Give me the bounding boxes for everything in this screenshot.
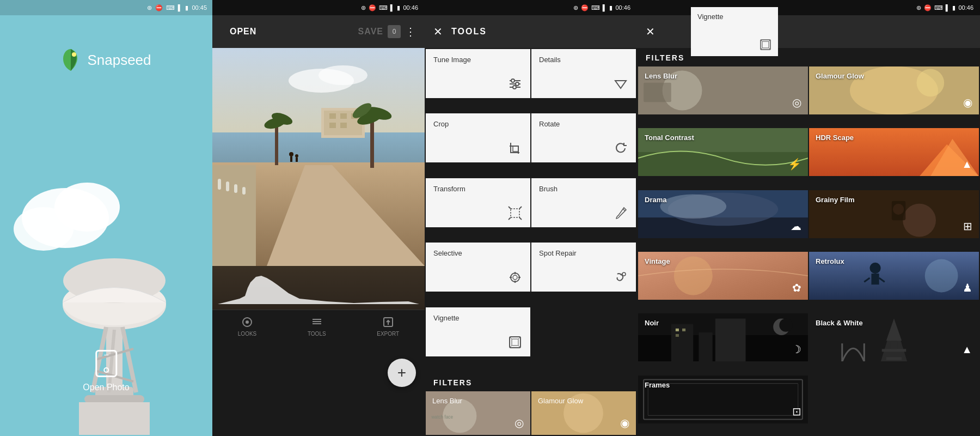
glamour-glow-icon-4: ◉ bbox=[963, 96, 972, 109]
wifi-icon: ⌨ bbox=[166, 4, 175, 11]
tab-looks-label: LOOKS bbox=[238, 331, 256, 337]
time-panel3: 00:46 bbox=[615, 4, 630, 11]
svg-rect-49 bbox=[313, 319, 321, 320]
no-entry-icon: ⛔ bbox=[155, 4, 163, 11]
more-options-icon[interactable]: ⋮ bbox=[405, 25, 416, 38]
filter-lens-blur-label-4: Lens Blur bbox=[645, 72, 677, 80]
svg-point-68 bbox=[513, 275, 517, 280]
svg-point-112 bbox=[674, 257, 713, 295]
filter-card-frames[interactable]: Frames ⊡ bbox=[638, 376, 808, 423]
tab-looks[interactable]: LOOKS bbox=[238, 316, 256, 337]
battery-icon: ▮ bbox=[185, 4, 188, 11]
tool-tune-image[interactable]: Tune Image bbox=[426, 49, 530, 98]
svg-rect-35 bbox=[370, 119, 374, 168]
vignette-icon bbox=[433, 335, 523, 350]
no-entry-icon-p3: ⛔ bbox=[581, 4, 589, 11]
open-photo-label[interactable]: Open Photo bbox=[83, 383, 129, 392]
svg-rect-76 bbox=[512, 339, 518, 346]
tool-brush[interactable]: Brush bbox=[531, 178, 636, 227]
svg-point-56 bbox=[511, 79, 514, 82]
svg-rect-94 bbox=[644, 83, 671, 102]
status-bar-panel3: ⊛ ⛔ ⌨ ▌ ▮ 00:46 bbox=[425, 0, 637, 15]
svg-rect-123 bbox=[715, 319, 746, 361]
editor-header: OPEN SAVE 0 ⋮ bbox=[212, 15, 425, 48]
grainy-film-icon: ⊞ bbox=[963, 220, 972, 233]
logo-area: Snapseed bbox=[0, 15, 212, 72]
status-bar-panel2: ⊛ ⛔ ⌨ ▌ ▮ 00:46 bbox=[212, 0, 425, 15]
panel-filters: ⊛ ⛔ ⌨ ▌ ▮ 00:46 ✕ Vignette FILTERS bbox=[637, 0, 980, 436]
tool-selective[interactable]: Selective bbox=[426, 243, 530, 292]
tool-details[interactable]: Details bbox=[531, 49, 636, 98]
tool-spot-repair[interactable]: Spot Repair bbox=[531, 243, 636, 292]
filter-card-vintage[interactable]: Vintage ✿ bbox=[638, 252, 808, 300]
tab-tools-label: TOOLS bbox=[308, 331, 326, 337]
wifi-icon-p3: ⌨ bbox=[591, 4, 600, 11]
bt-icon-p3: ⊛ bbox=[573, 4, 578, 11]
svg-line-64 bbox=[519, 217, 522, 220]
filter-lens-blur-label: Lens Blur bbox=[432, 397, 462, 405]
svg-rect-61 bbox=[511, 209, 519, 217]
tool-rotate[interactable]: Rotate bbox=[531, 113, 636, 162]
wifi-icon-p2: ⌨ bbox=[379, 4, 388, 11]
open-photo-area[interactable]: Open Photo bbox=[83, 350, 129, 392]
svg-rect-116 bbox=[871, 274, 879, 284]
svg-rect-60 bbox=[513, 146, 518, 152]
tune-image-icon bbox=[433, 76, 523, 92]
no-entry-icon-p2: ⛔ bbox=[369, 4, 376, 11]
tab-tools[interactable]: TOOLS bbox=[308, 316, 326, 337]
filter-card-retrolux[interactable]: Retrolux ♟ bbox=[809, 252, 979, 300]
vintage-icon: ✿ bbox=[792, 281, 801, 294]
filter-card-black-white[interactable]: Black & White ▲ bbox=[809, 313, 979, 361]
noir-icon: ☽ bbox=[792, 343, 801, 356]
tab-export[interactable]: EXPORT bbox=[377, 316, 399, 337]
tool-brush-label: Brush bbox=[539, 185, 628, 193]
svg-rect-14 bbox=[84, 395, 144, 403]
editor-bottom-tabs: LOOKS TOOLS EXPORT bbox=[212, 310, 425, 342]
filter-card-tonal-contrast[interactable]: Tonal Contrast ⚡ bbox=[638, 128, 808, 176]
close-filters-button[interactable]: ✕ bbox=[646, 25, 655, 38]
svg-point-108 bbox=[903, 203, 936, 237]
svg-rect-30 bbox=[329, 113, 336, 119]
tool-vignette[interactable]: Vignette bbox=[426, 307, 530, 356]
filter-card-glamour-glow[interactable]: Glamour Glow ◉ bbox=[809, 66, 979, 114]
open-button[interactable]: OPEN bbox=[221, 15, 265, 48]
tool-vignette-label: Vignette bbox=[433, 314, 523, 322]
selective-icon bbox=[433, 270, 523, 285]
close-tools-button[interactable]: ✕ bbox=[433, 25, 443, 38]
tool-crop[interactable]: Crop bbox=[426, 113, 530, 162]
svg-rect-45 bbox=[296, 158, 298, 162]
svg-rect-126 bbox=[676, 334, 679, 337]
add-fab-button[interactable]: + bbox=[388, 359, 416, 387]
glamour-glow-icon-p3: ◉ bbox=[620, 416, 629, 429]
panel-editor: ⊛ ⛔ ⌨ ▌ ▮ 00:46 OPEN SAVE 0 ⋮ bbox=[212, 0, 425, 436]
svg-line-62 bbox=[509, 217, 511, 220]
drama-icon: ☁ bbox=[791, 220, 801, 233]
svg-rect-121 bbox=[671, 324, 694, 361]
frames-icon: ⊡ bbox=[792, 405, 801, 418]
filter-glamour-glow[interactable]: Glamour Glow ◉ bbox=[531, 391, 636, 435]
svg-rect-31 bbox=[340, 113, 347, 119]
time-panel4: 00:46 bbox=[958, 4, 973, 11]
svg-rect-27 bbox=[242, 187, 246, 195]
filter-lens-blur[interactable]: watch face Lens Blur ◎ bbox=[426, 391, 530, 435]
svg-rect-25 bbox=[226, 181, 229, 191]
spot-repair-icon bbox=[539, 270, 628, 285]
filter-card-grainy-film[interactable]: Grainy Film ⊞ bbox=[809, 190, 979, 238]
svg-rect-24 bbox=[218, 179, 221, 190]
filter-card-hdr-scape[interactable]: HDR Scape ▲ bbox=[809, 128, 979, 176]
svg-rect-122 bbox=[699, 332, 712, 361]
editor-photo-canvas[interactable] bbox=[212, 48, 425, 310]
tool-transform[interactable]: Transform bbox=[426, 178, 530, 227]
bluetooth-icon: ⊛ bbox=[147, 4, 152, 11]
filter-card-lens-blur[interactable]: Lens Blur ◎ bbox=[638, 66, 808, 114]
filters-section-label: FILTERS bbox=[425, 372, 637, 391]
wifi-icon-p4: ⌨ bbox=[934, 4, 943, 11]
leaf-logo-icon bbox=[61, 48, 81, 72]
filter-card-noir[interactable]: Noir ☽ bbox=[638, 313, 808, 361]
battery-icon-p3: ▮ bbox=[609, 4, 612, 11]
time-panel1: 00:45 bbox=[192, 4, 207, 11]
tool-tune-image-label: Tune Image bbox=[433, 56, 523, 64]
save-button[interactable]: SAVE bbox=[358, 27, 383, 37]
filter-card-drama[interactable]: Drama ☁ bbox=[638, 190, 808, 238]
hdr-scape-icon: ▲ bbox=[961, 158, 972, 171]
